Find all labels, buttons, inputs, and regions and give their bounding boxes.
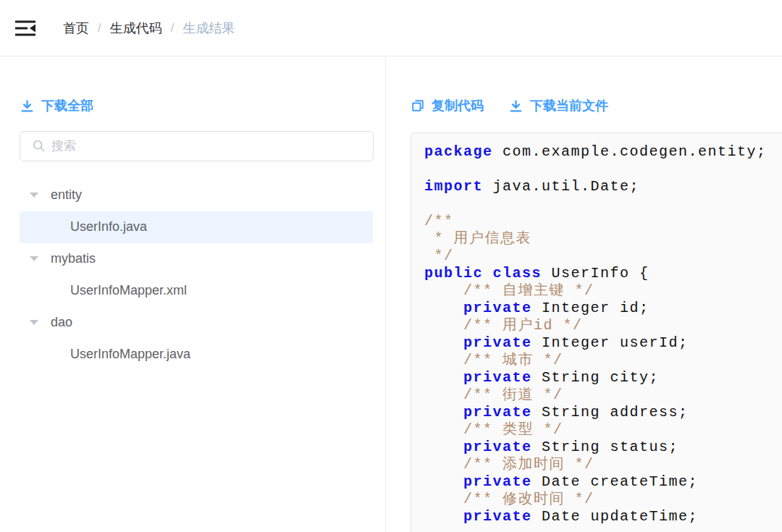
search-icon: [33, 140, 45, 152]
code-line: [424, 161, 782, 178]
tree-file-label: UserInfo.java: [70, 219, 147, 235]
breadcrumb-home[interactable]: 首页: [63, 20, 89, 37]
breadcrumb-generate-code[interactable]: 生成代码: [110, 20, 162, 37]
code-line: /**: [424, 213, 782, 230]
code-line: private String status;: [424, 439, 782, 456]
code-line: /** 添加时间 */: [424, 456, 782, 473]
code-toolbar: 复制代码 下载当前文件: [411, 97, 782, 114]
top-header: 首页 / 生成代码 / 生成结果: [0, 0, 782, 56]
tree-folder-mybatis[interactable]: mybatis: [20, 243, 373, 275]
code-line: package com.example.codegen.entity;: [424, 143, 782, 161]
tree-file-userinfomapper-java[interactable]: UserInfoMapper.java: [20, 339, 373, 371]
breadcrumb-separator: /: [98, 21, 101, 35]
tree-folder-label: dao: [51, 315, 72, 330]
copy-code-label: 复制代码: [432, 97, 484, 114]
search-box: [20, 131, 374, 161]
code-line: /** 街道 */: [424, 387, 782, 404]
copy-icon: [411, 98, 425, 113]
code-preview-panel: 复制代码 下载当前文件 package com.example.codegen.…: [386, 56, 782, 532]
collapse-sidebar-icon[interactable]: [14, 19, 36, 38]
code-line: private String address;: [424, 404, 782, 421]
code-line: /** 类型 */: [424, 421, 782, 439]
download-all-label: 下载全部: [41, 97, 93, 114]
code-line: private Date updateTime;: [424, 508, 782, 525]
download-current-file-button[interactable]: 下载当前文件: [508, 97, 608, 114]
tree-folder-label: entity: [51, 187, 82, 203]
code-line: public class UserInfo {: [424, 265, 782, 282]
search-input[interactable]: [51, 139, 363, 153]
code-line: /** 修改时间 */: [424, 491, 782, 508]
code-line: */: [424, 248, 782, 265]
download-icon: [20, 98, 35, 114]
tree-file-userinfo-java[interactable]: UserInfo.java: [20, 211, 373, 243]
code-line: private Integer id;: [424, 300, 782, 317]
tree-folder-label: mybatis: [51, 251, 96, 266]
caret-down-icon[interactable]: [30, 256, 38, 261]
file-tree: entity UserInfo.java mybatis UserInfoMap…: [20, 180, 373, 371]
download-icon: [508, 98, 524, 114]
code-line: /** 自增主键 */: [424, 282, 782, 300]
breadcrumb-generate-result: 生成结果: [182, 20, 235, 37]
tree-file-label: UserInfoMapper.xml: [70, 283, 187, 298]
code-line: * 用户信息表: [424, 230, 782, 248]
code-line: private String city;: [424, 369, 782, 387]
code-content: package com.example.codegen.entity; impo…: [424, 143, 782, 525]
download-current-file-label: 下载当前文件: [530, 97, 608, 114]
code-block: package com.example.codegen.entity; impo…: [411, 132, 782, 532]
code-line: /** 城市 */: [424, 352, 782, 369]
file-tree-panel: 下载全部 entity UserInfo.java mybatis UserIn: [0, 56, 386, 532]
tree-folder-entity[interactable]: entity: [20, 180, 373, 211]
main-content: 下载全部 entity UserInfo.java mybatis UserIn: [0, 56, 782, 532]
download-all-button[interactable]: 下载全部: [20, 97, 93, 114]
code-line: private Integer userId;: [424, 334, 782, 352]
copy-code-button[interactable]: 复制代码: [411, 97, 484, 114]
code-line: private Date createTime;: [424, 473, 782, 491]
tree-file-userinfomapper-xml[interactable]: UserInfoMapper.xml: [20, 275, 373, 307]
tree-file-label: UserInfoMapper.java: [70, 347, 190, 362]
code-line: import java.util.Date;: [424, 178, 782, 195]
caret-down-icon[interactable]: [30, 320, 38, 325]
code-line: [424, 195, 782, 213]
tree-folder-dao[interactable]: dao: [20, 307, 373, 339]
breadcrumb: 首页 / 生成代码 / 生成结果: [63, 20, 235, 37]
breadcrumb-separator: /: [171, 21, 175, 35]
code-line: /** 用户id */: [424, 317, 782, 334]
caret-down-icon[interactable]: [30, 193, 38, 198]
